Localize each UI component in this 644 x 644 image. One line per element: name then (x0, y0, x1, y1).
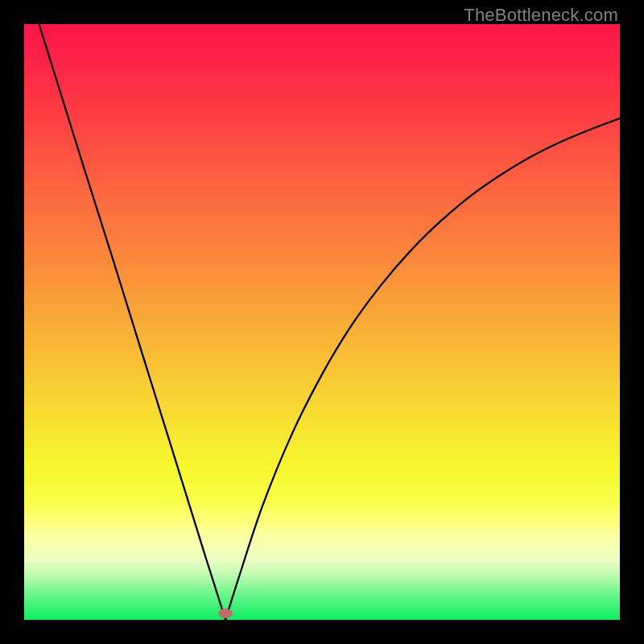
watermark-text: TheBottleneck.com (464, 5, 618, 26)
plot-area (24, 24, 620, 620)
chart-frame: TheBottleneck.com (0, 0, 644, 644)
optimum-marker (218, 609, 233, 618)
background-gradient (24, 24, 620, 620)
svg-rect-0 (24, 24, 620, 620)
